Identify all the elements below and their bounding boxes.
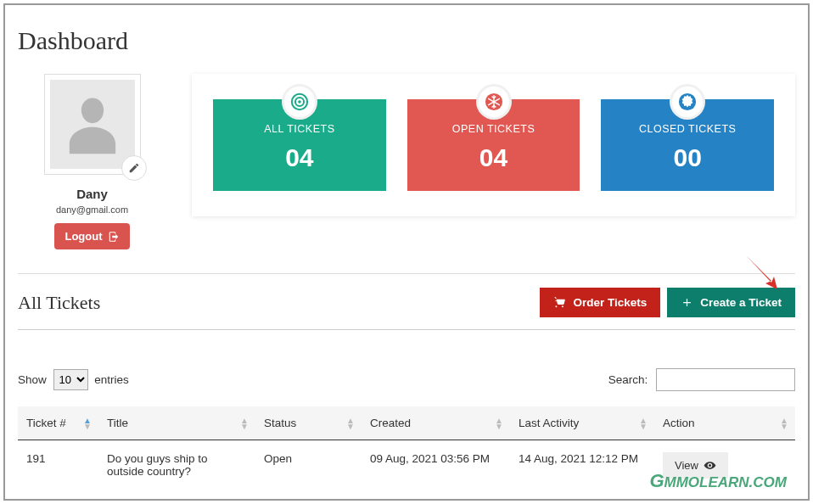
table-row: 191 Do you guys ship to outside country?… [18, 440, 795, 491]
stats-panel: ALL TICKETS 04 OPEN TICKETS 04 CLOSED TI… [192, 74, 795, 216]
target-icon [290, 92, 309, 111]
search-input[interactable] [656, 368, 795, 391]
stat-closed-label: CLOSED TICKETS [609, 123, 765, 135]
divider [18, 329, 795, 330]
logout-button[interactable]: Logout [54, 223, 129, 249]
show-label-prefix: Show [18, 373, 47, 386]
order-tickets-label: Order Tickets [573, 296, 647, 309]
col-created[interactable]: Created ▲▼ [362, 406, 510, 440]
cell-status: Open [255, 440, 362, 491]
col-action[interactable]: Action ▲▼ [654, 406, 795, 440]
section-title: All Tickets [18, 292, 100, 314]
view-button[interactable]: View [663, 452, 728, 479]
col-last-activity[interactable]: Last Activity ▲▼ [510, 406, 654, 440]
page-title: Dashboard [18, 26, 795, 55]
create-ticket-button[interactable]: Create a Ticket [667, 288, 795, 317]
col-status[interactable]: Status ▲▼ [255, 406, 362, 440]
col-ticket-no[interactable]: Ticket # ▲▼ [18, 406, 98, 440]
stat-all-tickets[interactable]: ALL TICKETS 04 [213, 99, 386, 191]
eye-icon [704, 459, 716, 472]
logout-icon [108, 231, 120, 243]
tickets-table: Ticket # ▲▼ Title ▲▼ Status ▲▼ Created ▲… [18, 406, 795, 490]
snowflake-icon [485, 92, 503, 111]
logout-label: Logout [64, 230, 102, 243]
search-label: Search: [608, 373, 648, 386]
profile-name: Dany [18, 187, 166, 201]
view-label: View [675, 459, 698, 472]
pencil-icon [128, 162, 140, 174]
user-avatar-icon [59, 91, 126, 159]
search-control: Search: [608, 368, 795, 391]
stat-all-count: 04 [221, 143, 378, 172]
basket-icon [553, 296, 566, 309]
stat-closed-tickets[interactable]: CLOSED TICKETS 00 [601, 99, 774, 191]
stat-open-tickets[interactable]: OPEN TICKETS 04 [407, 99, 580, 191]
entries-control: Show 10 entries [18, 369, 129, 390]
divider [18, 273, 795, 274]
order-tickets-button[interactable]: Order Tickets [540, 288, 660, 317]
stat-closed-count: 00 [609, 143, 765, 172]
cell-ticket-no: 191 [18, 440, 98, 491]
stat-open-count: 04 [416, 143, 572, 172]
create-ticket-label: Create a Ticket [700, 296, 782, 309]
cell-title: Do you guys ship to outside country? [98, 440, 255, 491]
show-label-suffix: entries [94, 373, 129, 386]
col-title[interactable]: Title ▲▼ [98, 406, 255, 440]
cell-created: 09 Aug, 2021 03:56 PM [362, 440, 510, 491]
entries-select[interactable]: 10 [53, 369, 88, 390]
seal-icon [678, 92, 697, 111]
plus-icon [681, 296, 693, 309]
avatar [44, 74, 141, 175]
edit-avatar-button[interactable] [121, 155, 147, 181]
stat-open-label: OPEN TICKETS [416, 123, 572, 135]
cell-action: View [654, 440, 795, 491]
cell-last-activity: 14 Aug, 2021 12:12 PM [510, 440, 654, 491]
svg-point-2 [298, 100, 301, 104]
profile-panel: Dany dany@gmail.com Logout [18, 74, 166, 249]
profile-email: dany@gmail.com [18, 204, 166, 215]
stat-all-label: ALL TICKETS [221, 123, 378, 135]
